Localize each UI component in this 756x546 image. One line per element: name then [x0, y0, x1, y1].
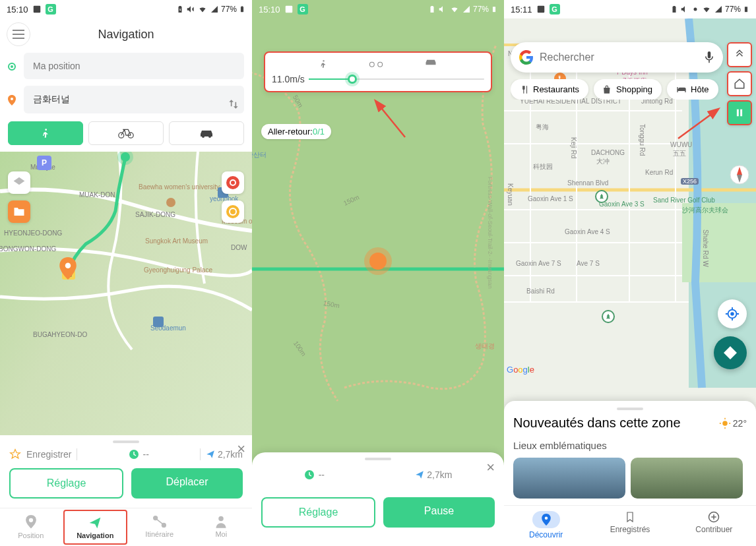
slider-thumb[interactable]	[348, 75, 357, 84]
svg-rect-33	[537, 6, 544, 13]
speed-slider[interactable]	[309, 78, 484, 80]
pause-overlay-button[interactable]	[727, 100, 752, 125]
record-icon	[226, 175, 240, 190]
status-bar: 15:10 G 77%	[0, 0, 252, 18]
menu-button[interactable]	[7, 22, 30, 46]
mode-car-button[interactable]	[169, 121, 244, 145]
nav-arrow-icon	[415, 470, 424, 479]
svg-line-41	[678, 109, 718, 138]
pause-icon	[735, 107, 744, 118]
compass-icon[interactable]	[730, 165, 749, 185]
mic-icon[interactable]	[703, 50, 715, 65]
svg-rect-27	[493, 7, 495, 12]
map-record-button[interactable]	[222, 171, 244, 194]
plus-circle-icon	[708, 511, 720, 523]
map-view[interactable]: Muakjae MUAK-DON HYEONJEO-DONG SAJIK-DON…	[0, 152, 252, 435]
coin-icon	[226, 204, 240, 219]
status-bar: 15:11 G 77%	[504, 0, 756, 18]
origin-input[interactable]: Ma position	[24, 53, 244, 79]
mode-bike-button[interactable]	[88, 121, 164, 145]
tab-itineraire[interactable]: Itinéraire	[129, 508, 191, 546]
map-coin-button[interactable]	[222, 200, 244, 223]
svg-rect-26	[285, 6, 292, 13]
layer-icon	[13, 176, 26, 189]
signal-icon	[210, 5, 219, 13]
swap-icon	[227, 98, 240, 111]
close-button[interactable]: ×	[486, 459, 495, 476]
svg-point-34	[693, 8, 697, 11]
google-attribution: Google	[507, 365, 534, 375]
svg-point-8	[11, 98, 13, 100]
poi-park-icon-2	[602, 310, 615, 323]
mode-walk-button[interactable]	[8, 121, 83, 145]
google-map-view[interactable]: North 1 Alle YUEHAI RESIDENTIAL DISTRICT…	[504, 18, 756, 546]
map-layer-button[interactable]	[8, 171, 30, 194]
svg-point-50	[544, 517, 548, 520]
header: Navigation	[0, 18, 252, 50]
weather-badge[interactable]: 22°	[719, 417, 747, 429]
fork-icon	[520, 85, 529, 94]
location-icon	[24, 515, 38, 530]
svg-point-17	[231, 181, 235, 185]
poi-parking-icon: P	[37, 156, 51, 170]
close-button[interactable]: ×	[237, 440, 245, 458]
move-button[interactable]: Déplacer	[131, 468, 243, 499]
home-button[interactable]	[727, 71, 752, 96]
duration-icon	[129, 449, 139, 460]
tab-moi[interactable]: Moi	[191, 508, 253, 546]
chevron-double-up-icon	[734, 49, 745, 61]
battery-text: 77%	[725, 5, 741, 14]
aller-retour-chip[interactable]: Aller-retour:0/1	[261, 124, 331, 139]
destination-input[interactable]: 금화터널	[24, 86, 244, 113]
map-folder-button[interactable]	[8, 200, 30, 223]
chip-hotels[interactable]: Hôte	[667, 79, 718, 100]
tab-position[interactable]: Position	[0, 508, 62, 546]
duration-value: --	[143, 449, 149, 460]
settings-button[interactable]: Réglage	[261, 497, 375, 528]
settings-button[interactable]: Réglage	[9, 468, 123, 499]
collapse-button[interactable]	[727, 42, 752, 67]
transport-mode-row	[0, 117, 252, 152]
poi-metro-icon-2	[153, 317, 164, 327]
image-icon	[284, 5, 294, 14]
sheet-handle[interactable]	[113, 440, 139, 443]
svg-rect-1	[241, 7, 243, 12]
sheet-handle[interactable]	[617, 408, 643, 410]
svg-point-44	[731, 313, 734, 315]
chip-restaurants[interactable]: Restaurants	[511, 79, 588, 100]
swap-button[interactable]	[227, 98, 240, 111]
directions-button[interactable]	[714, 336, 747, 369]
status-time: 15:11	[511, 5, 532, 15]
poi-dot-icon	[166, 198, 175, 207]
wifi-icon	[701, 5, 712, 13]
car-icon	[199, 129, 214, 138]
tab-navigation[interactable]: Navigation	[63, 510, 128, 545]
battery-text: 77%	[221, 5, 237, 14]
search-input[interactable]	[540, 51, 698, 63]
tab-enregistres[interactable]: Enregistrés	[588, 511, 672, 539]
crosshair-icon	[725, 307, 740, 321]
save-label[interactable]: Enregistrer	[26, 449, 71, 460]
chip-shopping[interactable]: Shopping	[594, 79, 662, 100]
image-icon	[536, 5, 546, 14]
walk-icon	[40, 127, 51, 140]
annotation-arrow-icon	[371, 96, 410, 142]
place-card[interactable]	[513, 458, 625, 499]
search-bar[interactable]	[511, 42, 723, 73]
person-icon	[215, 515, 227, 528]
bed-icon	[676, 86, 687, 94]
svg-point-12	[65, 263, 71, 269]
svg-point-28	[323, 60, 324, 61]
pin-icon	[542, 514, 551, 526]
overlay-controls	[727, 42, 752, 125]
pause-button[interactable]: Pause	[383, 497, 495, 528]
battery-icon	[743, 4, 749, 15]
tab-contribuer[interactable]: Contribuer	[672, 511, 756, 539]
walk-icon	[319, 58, 328, 70]
locate-me-button[interactable]	[718, 299, 747, 328]
place-card[interactable]	[631, 458, 743, 499]
sheet-handle[interactable]	[365, 458, 391, 460]
screen-navigation-setup: 15:10 G 77% Navigation Ma position 금화터널	[0, 0, 252, 546]
tab-decouvrir[interactable]: Découvrir	[504, 511, 588, 539]
status-time: 15:10	[259, 5, 280, 15]
